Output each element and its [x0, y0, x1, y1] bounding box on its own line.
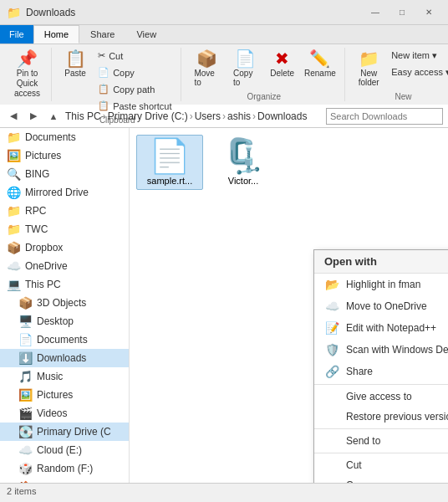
thispc-icon: 💻 [7, 278, 21, 291]
rename-button[interactable]: ✏️ Rename [301, 48, 340, 80]
onedrive-icon: ☁️ [7, 259, 21, 273]
ctx-divider-2 [314, 428, 448, 429]
ctx-share[interactable]: 🔗 Share [314, 361, 448, 382]
delete-icon: ✖ [275, 50, 289, 67]
minimize-button[interactable]: — [363, 4, 388, 21]
sidebar-item-desktop[interactable]: 🖥️ Desktop [0, 312, 129, 330]
ribbon-tabs: File Home Share View [0, 25, 448, 44]
sidebar-item-bing[interactable]: 🔍 BING [0, 165, 129, 183]
sidebar-desktop-label: Desktop [37, 315, 74, 327]
sidebar-mirrored-drive-label: Mirrored Drive [25, 187, 89, 198]
ctx-share-label: Share [346, 366, 373, 377]
sidebar-item-docs[interactable]: 📄 Documents [0, 330, 129, 349]
new-folder-label: Newfolder [359, 69, 379, 87]
easy-access-button[interactable]: Easy access ▾ [387, 64, 448, 80]
sidebar-item-twc[interactable]: 📁 TWC [0, 220, 129, 238]
ctx-cut[interactable]: Cut [314, 455, 448, 475]
sidebar-twc-label: TWC [25, 223, 48, 235]
sidebar-item-documents[interactable]: 📁 Documents [0, 128, 129, 146]
ctx-scan-defender[interactable]: 🛡️ Scan with Windows Defender... [314, 339, 448, 361]
cut-button[interactable]: ✂ Cut [94, 48, 176, 64]
ribbon-group-new: 📁 Newfolder New item ▾ Easy access ▾ New [347, 48, 448, 101]
ribbon-group-clipboard: 📋 Paste ✂ Cut 📄 Copy 📋 Copy path 📋 [53, 48, 181, 101]
move-to-icon: 📦 [196, 50, 217, 67]
sidebar-item-thispc[interactable]: 💻 This PC [0, 275, 129, 294]
victor-file-icon: 🗜️ [222, 139, 264, 172]
move-to-button[interactable]: 📦 Move to [188, 48, 226, 90]
sidebar-item-rpc[interactable]: 📁 RPC [0, 202, 129, 220]
ctx-restore-versions[interactable]: Restore previous versions [314, 407, 448, 427]
path-user[interactable]: ashis [227, 110, 251, 122]
path-users[interactable]: Users [195, 110, 221, 122]
context-menu-header: Open with [314, 250, 448, 274]
close-button[interactable]: ✕ [416, 4, 441, 21]
title-bar-left: 📁 Downloads [7, 6, 75, 19]
ctx-highlight-fman[interactable]: 📂 Highlight in fman [314, 274, 448, 295]
sidebar-item-primary-drive[interactable]: 💽 Primary Drive (C [0, 423, 129, 441]
sidebar-item-onedrive[interactable]: ☁️ OneDrive [0, 257, 129, 275]
highlight-fman-icon: 📂 [324, 278, 339, 291]
sidebar-home-server-label: Home Server Te... [37, 481, 117, 483]
sidebar-item-3d-objects[interactable]: 📦 3D Objects [0, 294, 129, 312]
sidebar-pics-label: Pictures [37, 389, 73, 401]
easy-access-label: Easy access ▾ [391, 67, 448, 78]
folder-icon: 📁 [7, 6, 21, 19]
sample-file-icon: 📄 [149, 139, 191, 172]
sidebar-item-pictures[interactable]: 🖼️ Pictures [0, 146, 129, 165]
sidebar-documents-label: Documents [25, 131, 76, 143]
search-input[interactable] [326, 108, 443, 125]
sidebar-item-videos[interactable]: 🎬 Videos [0, 404, 129, 423]
sidebar-item-downloads[interactable]: ⬇️ Downloads [0, 349, 129, 367]
main-layout: 📁 Documents 🖼️ Pictures 🔍 BING 🌐 Mirrore… [0, 128, 448, 483]
sidebar-item-pics[interactable]: 🖼️ Pictures [0, 386, 129, 404]
sidebar-item-home-server[interactable]: 🏠 Home Server Te... [0, 478, 129, 483]
tab-view[interactable]: View [125, 25, 167, 44]
path-primary-drive[interactable]: Primary Drive (C:) [108, 110, 188, 122]
sidebar-item-cloud[interactable]: ☁️ Cloud (E:) [0, 441, 129, 459]
ctx-send-to[interactable]: Send to ▶ [314, 431, 448, 451]
copy-path-icon: 📋 [98, 84, 109, 95]
ctx-edit-notepad[interactable]: 📝 Edit with Notepad++ [314, 317, 448, 339]
move-onedrive-icon: ☁️ [324, 300, 339, 313]
tab-file[interactable]: File [0, 25, 33, 44]
sidebar-item-random[interactable]: 🎲 Random (F:) [0, 459, 129, 478]
tab-home[interactable]: Home [33, 25, 79, 44]
sidebar-item-music[interactable]: 🎵 Music [0, 367, 129, 386]
ctx-move-onedrive[interactable]: ☁️ Move to OneDrive [314, 295, 448, 317]
copy-path-button[interactable]: 📋 Copy path [94, 81, 176, 97]
copy-button[interactable]: 📄 Copy [94, 64, 176, 80]
file-item-sample[interactable]: 📄 sample.rt... [136, 135, 203, 190]
pics-icon: 🖼️ [18, 388, 33, 402]
tab-share[interactable]: Share [79, 25, 125, 44]
ctx-copy[interactable]: Copy [314, 475, 448, 483]
cut-label: Cut [109, 51, 123, 61]
sidebar-downloads-label: Downloads [37, 352, 86, 364]
ribbon-content: 📌 Pin to Quickaccess 📋 Paste ✂ Cut 📄 Cop… [0, 44, 448, 105]
path-downloads[interactable]: Downloads [257, 110, 307, 122]
back-button[interactable]: ◀ [5, 108, 22, 125]
sidebar-primary-drive-label: Primary Drive (C [37, 426, 111, 438]
3d-objects-icon: 📦 [18, 296, 33, 310]
new-item-button[interactable]: New item ▾ [387, 48, 448, 64]
sidebar-item-dropbox[interactable]: 📦 Dropbox [0, 238, 129, 257]
maximize-button[interactable]: □ [389, 4, 415, 21]
scan-defender-icon: 🛡️ [324, 343, 339, 356]
paste-button[interactable]: 📋 Paste [59, 48, 92, 80]
sidebar-item-mirrored-drive[interactable]: 🌐 Mirrored Drive [0, 183, 129, 202]
up-button[interactable]: ▲ [45, 108, 62, 125]
organize-content: 📦 Move to 📄 Copy to ✖ Delete ✏️ Rename [188, 48, 339, 90]
pin-quick-access-button[interactable]: 📌 Pin to Quickaccess [8, 48, 46, 101]
ctx-give-access[interactable]: Give access to ▶ [314, 387, 448, 407]
random-icon: 🎲 [18, 462, 33, 475]
new-folder-icon: 📁 [359, 50, 379, 67]
delete-button[interactable]: ✖ Delete [266, 48, 299, 80]
forward-button[interactable]: ▶ [25, 108, 42, 125]
paste-icon: 📋 [65, 50, 86, 67]
copy-to-button[interactable]: 📄 Copy to [227, 48, 264, 90]
sidebar-music-label: Music [37, 371, 63, 382]
sidebar-3d-objects-label: 3D Objects [37, 297, 86, 309]
downloads-icon: ⬇️ [18, 351, 33, 365]
new-folder-button[interactable]: 📁 Newfolder [352, 48, 385, 90]
file-item-victor[interactable]: 🗜️ Victor... [210, 135, 277, 190]
path-this-pc[interactable]: This PC [65, 110, 101, 122]
